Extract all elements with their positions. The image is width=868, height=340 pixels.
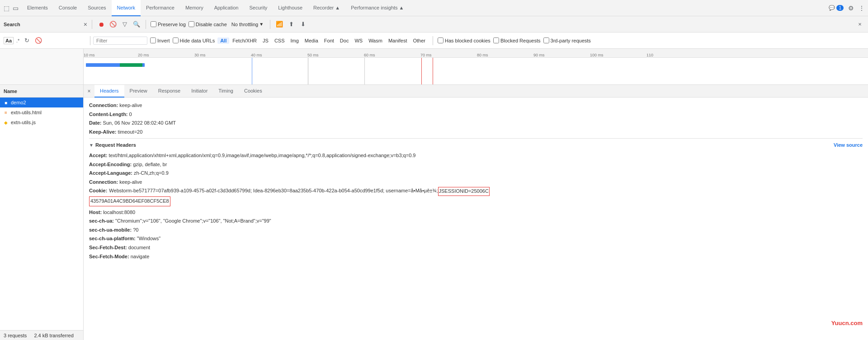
request-item-extn-js[interactable]: ◆ extn-utils.js <box>0 117 83 127</box>
accept-encoding-value: gzip, deflate, br <box>133 162 167 167</box>
search-button[interactable]: 🔍 <box>132 20 141 29</box>
tab-performance-insights[interactable]: Performance insights ▲ <box>345 0 409 16</box>
search-close-btn[interactable]: × <box>84 21 87 28</box>
filter-icon-button[interactable]: ▽ <box>120 20 129 29</box>
section-toggle-icon[interactable]: ▼ <box>89 142 94 149</box>
sec-ch-ua-name: sec-ch-ua: <box>89 218 114 224</box>
filter-type-wasm[interactable]: Wasm <box>366 37 385 44</box>
throttle-selector[interactable]: No throttling ▼ <box>230 21 265 28</box>
tab-elements[interactable]: Elements <box>22 0 53 16</box>
sec-fetch-dest-value: document <box>128 245 150 250</box>
marker-gray-2 <box>364 58 365 84</box>
invert-checkbox[interactable] <box>150 37 156 43</box>
tab-preview[interactable]: Preview <box>124 85 153 98</box>
settings-icon[interactable]: ⚙ <box>847 5 854 12</box>
disable-cache-check[interactable]: Disable cache <box>189 21 227 27</box>
filter-type-ws[interactable]: WS <box>352 37 365 44</box>
third-party-check[interactable]: 3rd-party requests <box>543 37 591 43</box>
blocked-requests-checkbox[interactable] <box>493 37 499 43</box>
device-icon[interactable]: ▭ <box>12 5 19 12</box>
has-blocked-check[interactable]: Has blocked cookies <box>438 37 491 43</box>
disable-cache-checkbox[interactable] <box>189 21 194 27</box>
blocked-requests-check[interactable]: Blocked Requests <box>493 37 541 43</box>
filter-type-all[interactable]: All <box>217 37 229 44</box>
request-headers-section: ▼ Request Headers View source <box>89 138 863 151</box>
filter-type-fetch[interactable]: Fetch/XHR <box>230 37 259 44</box>
detail-close-btn[interactable]: × <box>85 88 93 95</box>
has-blocked-checkbox[interactable] <box>438 37 443 43</box>
tick-8: 90 ms <box>533 53 545 57</box>
third-party-label: 3rd-party requests <box>551 38 591 43</box>
tick-1: 20 ms <box>138 53 149 57</box>
filter-type-manifest[interactable]: Manifest <box>386 37 410 44</box>
filter-type-other[interactable]: Other <box>410 37 428 44</box>
more-icon[interactable]: ⋮ <box>858 5 865 12</box>
view-source-link[interactable]: View source <box>834 141 863 149</box>
headers-content: Connection: keep-alive Content-Length: 0… <box>84 98 868 340</box>
filter-type-doc[interactable]: Doc <box>337 37 352 44</box>
filter-type-font[interactable]: Font <box>321 37 337 44</box>
accept-language-name: Accept-Language: <box>89 170 132 176</box>
search-label: Search <box>4 22 20 27</box>
tab-timing[interactable]: Timing <box>213 85 239 98</box>
hide-data-urls-checkbox[interactable] <box>173 37 179 43</box>
req-connection-name: Connection: <box>89 179 118 185</box>
filter-type-css[interactable]: CSS <box>272 37 288 44</box>
inspect-icon[interactable]: ⬚ <box>3 5 10 12</box>
separator-1 <box>92 20 92 29</box>
preserve-log-check[interactable]: Preserve log <box>151 21 186 27</box>
sec-ch-ua-value: "Chromium";v="106", "Google Chrome";v="1… <box>115 218 271 224</box>
accept-language-value: zh-CN,zh;q=0.9 <box>134 170 169 176</box>
filter-type-media[interactable]: Media <box>302 37 321 44</box>
close-network-button[interactable]: × <box>855 20 864 29</box>
section-title-row: ▼ Request Headers <box>89 141 136 149</box>
filter-type-img[interactable]: Img <box>288 37 302 44</box>
tick-9: 100 ms <box>590 53 604 57</box>
sec-ch-ua-mobile-value: ?0 <box>133 227 138 233</box>
third-party-checkbox[interactable] <box>543 37 549 43</box>
tab-cookies[interactable]: Cookies <box>239 85 268 98</box>
sec-ch-ua-row: sec-ch-ua: "Chromium";v="106", "Google C… <box>89 217 863 226</box>
invert-check[interactable]: Invert <box>150 37 170 43</box>
tab-sources[interactable]: Sources <box>82 0 111 16</box>
status-bar: 3 requests 2.4 kB transferred <box>0 330 83 340</box>
request-item-extn-html[interactable]: ≡ extn-utils.html <box>0 107 83 117</box>
export-button[interactable]: ⬇ <box>298 20 307 29</box>
clear-search-button[interactable]: 🚫 <box>34 36 43 45</box>
accept-name: Accept: <box>89 153 107 158</box>
import-button[interactable]: ⬆ <box>287 20 296 29</box>
marker-red-1 <box>421 58 422 84</box>
separator-2 <box>146 20 146 29</box>
feedback-button[interactable]: 💬 1 <box>829 5 844 11</box>
hide-data-urls-check[interactable]: Hide data URLs <box>173 37 215 43</box>
match-case-button[interactable]: Aa <box>4 37 14 44</box>
response-connection-value: keep-alive <box>119 102 142 108</box>
js-icon: ◆ <box>3 120 9 125</box>
tab-lighthouse[interactable]: Lighthouse <box>273 0 308 16</box>
accept-encoding-name: Accept-Encoding: <box>89 162 132 167</box>
refresh-search-button[interactable]: ↻ <box>22 36 31 45</box>
wifi-icon-button[interactable]: 📶 <box>275 20 284 29</box>
filter-input[interactable] <box>93 37 147 45</box>
tab-recorder[interactable]: Recorder ▲ <box>308 0 345 16</box>
preserve-log-checkbox[interactable] <box>151 21 156 27</box>
request-name-extn-html: extn-utils.html <box>11 110 42 115</box>
tick-0: 10 ms <box>84 53 95 57</box>
invert-label: Invert <box>157 38 170 43</box>
tab-network[interactable]: Network <box>112 0 141 16</box>
filter-type-js[interactable]: JS <box>260 37 271 44</box>
network-toolbar: Search × ⏺ 🚫 ▽ 🔍 Preserve log Disable ca… <box>0 16 868 33</box>
tab-headers[interactable]: Headers <box>94 85 124 98</box>
tab-initiator[interactable]: Initiator <box>186 85 213 98</box>
tab-performance[interactable]: Performance <box>141 0 180 16</box>
record-button[interactable]: ⏺ <box>97 20 106 29</box>
tick-10: 110 <box>646 53 653 57</box>
tab-memory[interactable]: Memory <box>180 0 209 16</box>
tab-security[interactable]: Security <box>244 0 273 16</box>
dot-label[interactable]: .* <box>16 38 19 43</box>
tab-console[interactable]: Console <box>53 0 82 16</box>
tab-application[interactable]: Application <box>209 0 244 16</box>
request-item-demo2[interactable]: ■ demo2 <box>0 98 83 107</box>
tab-response[interactable]: Response <box>153 85 186 98</box>
clear-button[interactable]: 🚫 <box>108 20 118 29</box>
